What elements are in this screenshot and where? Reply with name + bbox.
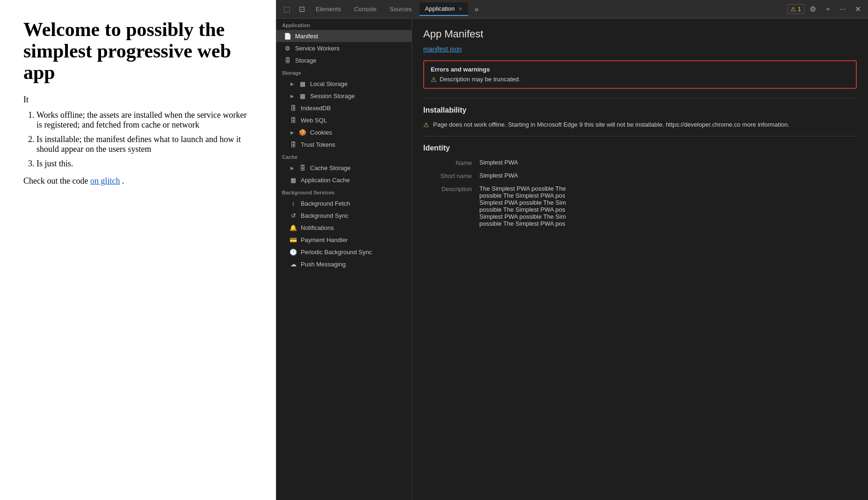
- more-tabs-icon[interactable]: »: [470, 3, 483, 16]
- devtools-panel: ⬚ ⊡ Elements Console Sources Application…: [276, 0, 868, 500]
- warning-text-truncated: Description may be truncated.: [440, 76, 521, 83]
- sidebar-label-manifest: Manifest: [295, 33, 318, 40]
- sidebar-label-payment-handler: Payment Handler: [301, 236, 347, 243]
- notifications-icon: 🔔: [289, 224, 297, 231]
- web-sql-icon: 🗄: [289, 116, 297, 124]
- local-storage-grid-icon: ▦: [299, 80, 306, 87]
- devtools-topbar: ⬚ ⊡ Elements Console Sources Application…: [276, 0, 868, 19]
- sidebar-label-background-sync: Background Sync: [301, 212, 348, 219]
- installability-title: Installability: [423, 106, 857, 114]
- expand-session-storage-icon: ▶: [289, 93, 295, 99]
- sidebar-section-cache: Cache: [276, 150, 412, 162]
- installability-warning: ⚠ Page does not work offline. Starting i…: [423, 121, 857, 129]
- footer-text: Check out the code on glitch .: [23, 176, 253, 186]
- push-messaging-icon: ☁: [289, 260, 297, 268]
- trust-tokens-icon: 🗄: [289, 141, 297, 148]
- device-toggle-icon[interactable]: ⊡: [295, 3, 308, 16]
- service-workers-icon: ⚙: [284, 44, 291, 52]
- description-label: Description: [423, 185, 479, 193]
- warning-badge[interactable]: ⚠ 1: [787, 4, 804, 14]
- devtools-main-panel: App Manifest manifest.json Errors and wa…: [412, 19, 868, 500]
- application-cache-icon: ▦: [289, 176, 297, 184]
- sidebar-item-background-sync[interactable]: ↺ Background Sync: [276, 209, 412, 221]
- page-heading: Welcome to possibly the simplest progres…: [23, 19, 253, 84]
- background-fetch-icon: ↕: [289, 200, 297, 207]
- warning-triangle-icon: ⚠: [790, 6, 796, 13]
- sidebar-item-periodic-bg-sync[interactable]: 🕐 Periodic Background Sync: [276, 246, 412, 258]
- sidebar-item-cookies[interactable]: ▶ 🍪 Cookies: [276, 126, 412, 138]
- tab-sources[interactable]: Sources: [384, 3, 418, 15]
- sidebar-label-cache-storage: Cache Storage: [310, 164, 351, 171]
- settings-icon[interactable]: ⚙: [806, 3, 819, 16]
- sidebar-item-payment-handler[interactable]: 💳 Payment Handler: [276, 234, 412, 246]
- desc-line-4: possible The Simplest PWA pos: [479, 206, 857, 213]
- errors-warnings-title: Errors and warnings: [431, 66, 849, 73]
- sidebar-label-indexeddb: IndexedDB: [301, 105, 331, 112]
- sidebar-item-manifest[interactable]: 📄 Manifest: [276, 30, 412, 42]
- description-value: The Simplest PWA possible The possible T…: [479, 185, 857, 227]
- warning-triangle-small-icon: ⚠: [431, 76, 437, 83]
- sidebar-section-storage: Storage: [276, 66, 412, 78]
- installability-warning-text: Page does not work offline. Starting in …: [433, 121, 789, 128]
- sidebar-label-cookies: Cookies: [310, 129, 332, 136]
- name-label: Name: [423, 159, 479, 166]
- sidebar-item-web-sql[interactable]: 🗄 Web SQL: [276, 114, 412, 126]
- list-item-3: Is just this.: [36, 159, 253, 169]
- footer-suffix: .: [122, 176, 124, 186]
- sidebar-item-local-storage[interactable]: ▶ ▦ Local Storage: [276, 78, 412, 90]
- panel-title: App Manifest: [423, 28, 857, 40]
- sidebar-label-background-fetch: Background Fetch: [301, 200, 350, 207]
- expand-cookies-icon: ▶: [289, 129, 295, 135]
- sidebar-section-bg-services: Background Services: [276, 186, 412, 197]
- tab-close-icon[interactable]: ✕: [458, 6, 463, 12]
- short-name-value: Simplest PWA: [479, 172, 857, 179]
- list-item-2: Is installable; the manifest defines wha…: [36, 135, 253, 154]
- periodic-bg-sync-icon: 🕐: [289, 248, 297, 256]
- sidebar-item-trust-tokens[interactable]: 🗄 Trust Tokens: [276, 138, 412, 150]
- manifest-icon: 📄: [284, 32, 291, 40]
- sidebar-label-service-workers: Service Workers: [295, 45, 340, 52]
- sidebar-item-push-messaging[interactable]: ☁ Push Messaging: [276, 258, 412, 270]
- sidebar-item-indexeddb[interactable]: 🗄 IndexedDB: [276, 102, 412, 114]
- warning-count: 1: [798, 6, 801, 13]
- more-options-icon[interactable]: ···: [836, 3, 849, 16]
- web-page-content: Welcome to possibly the simplest progres…: [0, 0, 276, 500]
- sidebar-label-periodic-bg-sync: Periodic Background Sync: [301, 249, 372, 256]
- name-value: Simplest PWA: [479, 159, 857, 166]
- profile-icon[interactable]: ⚬: [821, 3, 834, 16]
- installability-warning-icon: ⚠: [423, 121, 429, 129]
- desc-line-1: The Simplest PWA possible The: [479, 185, 857, 192]
- sidebar-item-background-fetch[interactable]: ↕ Background Fetch: [276, 197, 412, 209]
- sidebar-label-storage-root: Storage: [295, 57, 317, 64]
- session-storage-grid-icon: ▦: [299, 92, 306, 100]
- sidebar-label-trust-tokens: Trust Tokens: [301, 141, 335, 148]
- tab-elements[interactable]: Elements: [310, 3, 347, 15]
- feature-list: Works offline; the assets are installed …: [36, 110, 253, 169]
- page-intro: It: [23, 95, 253, 105]
- section-divider-1: [423, 98, 857, 99]
- sidebar-item-service-workers[interactable]: ⚙ Service Workers: [276, 42, 412, 54]
- footer-prefix: Check out the code: [23, 176, 90, 186]
- sidebar-label-application-cache: Application Cache: [301, 177, 350, 184]
- manifest-json-link[interactable]: manifest.json: [423, 45, 462, 53]
- sidebar-item-notifications[interactable]: 🔔 Notifications: [276, 221, 412, 234]
- identity-title: Identity: [423, 144, 857, 152]
- close-devtools-icon[interactable]: ✕: [851, 3, 864, 16]
- tab-application[interactable]: Application ✕: [420, 2, 468, 16]
- desc-line-6: possible The Simplest PWA pos: [479, 220, 857, 227]
- sidebar-item-session-storage[interactable]: ▶ ▦ Session Storage: [276, 90, 412, 102]
- sidebar-section-application: Application: [276, 19, 412, 30]
- list-item-1: Works offline; the assets are installed …: [36, 110, 253, 130]
- sidebar-item-storage-root[interactable]: 🗄 Storage: [276, 54, 412, 66]
- glitch-link[interactable]: on glitch: [90, 176, 120, 186]
- sidebar-label-push-messaging: Push Messaging: [301, 261, 346, 268]
- tab-console[interactable]: Console: [348, 3, 382, 15]
- sidebar-item-application-cache[interactable]: ▦ Application Cache: [276, 174, 412, 186]
- inspect-element-icon[interactable]: ⬚: [280, 3, 293, 16]
- background-sync-icon: ↺: [289, 212, 297, 219]
- sidebar-item-cache-storage[interactable]: ▶ 🗄 Cache Storage: [276, 162, 412, 174]
- errors-warnings-box: Errors and warnings ⚠ Description may be…: [423, 60, 857, 89]
- short-name-label: Short name: [423, 172, 479, 179]
- devtools-sidebar: Application 📄 Manifest ⚙ Service Workers…: [276, 19, 412, 500]
- identity-description-row: Description The Simplest PWA possible Th…: [423, 185, 857, 227]
